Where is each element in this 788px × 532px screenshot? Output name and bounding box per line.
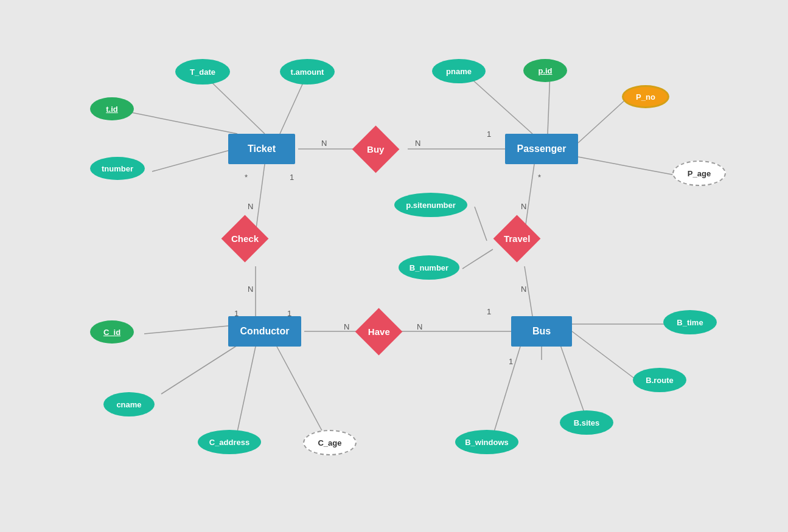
attr-c-address: C_address (198, 430, 261, 454)
svg-line-13 (161, 345, 237, 394)
svg-line-22 (572, 331, 639, 382)
svg-line-6 (465, 73, 532, 134)
cardinality-conductor-have-n: N (344, 322, 349, 331)
svg-line-10 (256, 164, 265, 233)
attr-p-age: P_age (672, 161, 726, 186)
cardinality-bus-travel-1: 1 (487, 307, 491, 316)
cardinality-pass-buy-1: 1 (487, 130, 491, 139)
cardinality-bus-bottom-1: 1 (509, 357, 513, 366)
attr-b-time: B_time (663, 310, 717, 334)
relationship-have[interactable]: Have (355, 308, 403, 356)
svg-line-14 (237, 347, 256, 432)
svg-line-2 (122, 111, 237, 134)
cardinality-pass-travel-n: N (521, 202, 526, 211)
attr-c-age: C_age (303, 430, 357, 455)
entity-conductor[interactable]: Conductor (228, 316, 301, 347)
svg-line-21 (560, 344, 584, 412)
cardinality-have-bus-1: 1 (287, 309, 291, 318)
cardinality-ticket-buy-n: N (321, 139, 327, 148)
relationship-check[interactable]: Check (221, 215, 269, 263)
attr-b-sites: B.sites (560, 410, 613, 435)
cardinality-check-conductor-n: N (248, 285, 253, 294)
connection-lines (0, 0, 788, 532)
attr-b-windows: B_windows (455, 430, 518, 454)
attr-p-sitenumber: p.sitenumber (394, 193, 467, 217)
attr-c-id: C_id (90, 320, 134, 344)
attr-b-number: B_number (399, 255, 459, 280)
er-diagram: Ticket Passenger Conductor Bus Buy Check… (0, 0, 788, 532)
relationship-travel[interactable]: Travel (493, 215, 541, 263)
svg-line-25 (462, 249, 493, 269)
cardinality-conductor-have-1: 1 (234, 309, 239, 318)
svg-line-20 (494, 347, 520, 432)
attr-pname: pname (432, 59, 486, 83)
cardinality-travel-bus-n: N (521, 285, 526, 294)
attr-t-id: t.id (90, 97, 134, 120)
attr-tnumber: tnumber (90, 157, 145, 180)
svg-line-8 (578, 98, 627, 143)
entity-bus[interactable]: Bus (511, 316, 572, 347)
relationship-buy[interactable]: Buy (352, 126, 400, 173)
svg-line-9 (578, 157, 678, 176)
cardinality-have-bus-n: N (417, 322, 422, 331)
attr-cname: cname (103, 392, 155, 416)
cardinality-pass-star: * (538, 173, 541, 182)
attr-b-route: B.route (633, 368, 686, 392)
cardinality-ticket-check-1: 1 (290, 173, 294, 182)
svg-line-15 (277, 347, 323, 432)
svg-line-3 (152, 149, 234, 171)
svg-line-24 (475, 207, 487, 241)
attr-t-amount: t.amount (280, 59, 335, 85)
cardinality-buy-pass-n: N (415, 139, 420, 148)
entity-passenger[interactable]: Passenger (505, 134, 578, 164)
cardinality-check-ticket-n: N (248, 202, 253, 211)
attr-p-no: P_no (622, 85, 669, 108)
svg-line-12 (144, 325, 234, 334)
svg-line-18 (525, 164, 534, 233)
attr-t-date: T_date (175, 59, 230, 85)
attr-p-id: p.id (523, 59, 567, 82)
cardinality-ticket-check-star: * (245, 173, 248, 182)
entity-ticket[interactable]: Ticket (228, 134, 295, 164)
